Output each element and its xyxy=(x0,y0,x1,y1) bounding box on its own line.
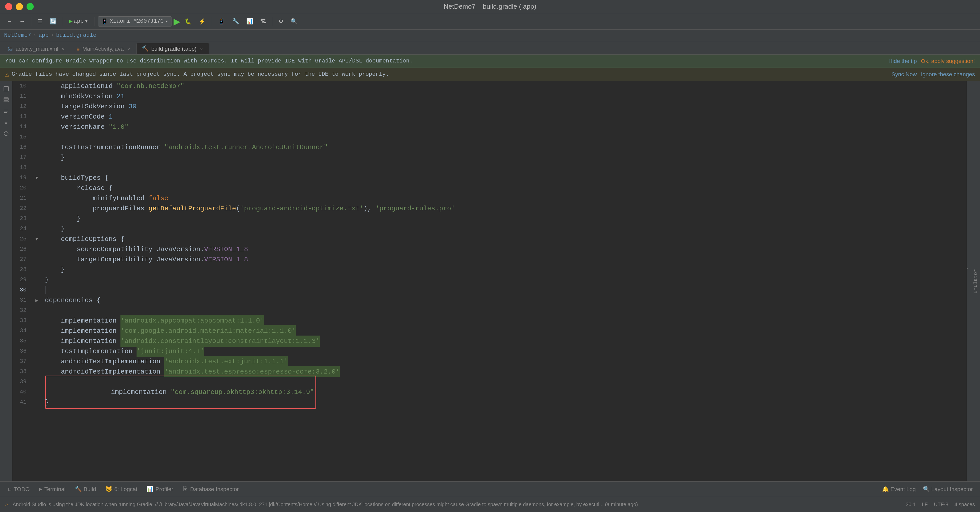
device-selector[interactable]: 📱 Xiaomi M2007J17C ▾ xyxy=(98,16,172,27)
cursor-position[interactable]: 30:1 xyxy=(906,501,916,507)
fold-19[interactable]: ▼ xyxy=(33,173,41,183)
maximize-button[interactable] xyxy=(27,3,34,10)
build-analyze-button[interactable]: 🏗 xyxy=(258,16,269,27)
run-button[interactable]: ▶ xyxy=(173,16,180,27)
code-line-13: versionCode 1 xyxy=(45,112,967,122)
fold-40 xyxy=(33,387,41,397)
fold-25[interactable]: ▼ xyxy=(33,234,41,244)
line-num-38: 38 xyxy=(12,367,30,377)
bottom-tab-todo[interactable]: ☑ TODO xyxy=(4,484,34,495)
code-line-30 xyxy=(45,285,967,295)
fold-31[interactable]: ▶ xyxy=(33,295,41,306)
debug-button[interactable]: 🐛 xyxy=(182,16,194,27)
bottom-tab-database[interactable]: 🗄 Database Inspector xyxy=(178,484,243,495)
sdk-button[interactable]: 🔧 xyxy=(230,16,242,27)
tab-icon-2: ☕ xyxy=(76,45,80,52)
minimize-button[interactable] xyxy=(16,3,23,10)
fold-34 xyxy=(33,326,41,336)
tab-activity-main-xml[interactable]: 🗂 activity_main.xml ✕ xyxy=(2,43,71,54)
editor[interactable]: 10 11 12 13 14 15 16 17 18 19 20 21 22 2… xyxy=(12,81,967,482)
sync-button[interactable]: 🔄 xyxy=(47,16,59,27)
code-line-17: } xyxy=(45,152,967,163)
sidebar-resource-icon[interactable] xyxy=(1,95,11,105)
sidebar-structure-icon[interactable] xyxy=(1,106,11,116)
line-num-17: 17 xyxy=(12,152,30,163)
code-line-31: dependencies { xyxy=(45,295,967,306)
breadcrumb-project[interactable]: NetDemo7 xyxy=(4,32,31,38)
breadcrumb-module[interactable]: app xyxy=(38,32,49,38)
bottom-tab-build[interactable]: 🔨 Build xyxy=(71,484,100,495)
hide-tip-button[interactable]: Hide the tip xyxy=(888,58,917,65)
charset[interactable]: UTF-8 xyxy=(934,501,948,507)
fold-41 xyxy=(33,397,41,407)
avd-button[interactable]: 📱 xyxy=(216,16,228,27)
sync-now-button[interactable]: Sync Now xyxy=(891,71,917,78)
bottom-toolbar: ☑ TODO ▶ Terminal 🔨 Build 🐱 6: Logcat 📊 … xyxy=(0,482,980,497)
search-button[interactable]: 🔍 xyxy=(288,16,300,27)
window-title: NetDemo7 – build.gradle (:app) xyxy=(444,3,536,11)
status-text: Android Studio is using the JDK location… xyxy=(13,501,902,507)
sidebar-build-variants-icon[interactable] xyxy=(1,128,11,139)
event-log-button[interactable]: 🔔 Event Log xyxy=(879,484,919,495)
fold-11 xyxy=(33,91,41,101)
attach-button[interactable]: ⚡ xyxy=(196,16,208,27)
back-button[interactable]: ← xyxy=(4,16,15,27)
phone-icon: 📱 xyxy=(101,18,108,25)
sidebar-favorites-icon[interactable]: ★ xyxy=(1,117,11,127)
tab-close-2[interactable]: ✕ xyxy=(126,46,131,52)
svg-rect-0 xyxy=(4,86,8,91)
layout-inspector-button[interactable]: 🔍 Layout Inspector xyxy=(920,484,976,495)
menu-button[interactable]: ☰ xyxy=(35,16,45,27)
code-line-20: release { xyxy=(45,183,967,193)
fold-36 xyxy=(33,346,41,357)
gradle-info-bar: You can configure Gradle wrapper to use … xyxy=(0,55,980,68)
sidebar-right-device-file[interactable]: Device File Explorer xyxy=(967,247,970,316)
line-num-26: 26 xyxy=(12,244,30,254)
tabs: 🗂 activity_main.xml ✕ ☕ MainActivity.jav… xyxy=(0,41,980,55)
line-num-29: 29 xyxy=(12,275,30,285)
code-line-15 xyxy=(45,132,967,142)
indent[interactable]: 4 spaces xyxy=(955,501,975,507)
sidebar-right-emulator[interactable]: Emulator xyxy=(971,265,980,298)
fold-10 xyxy=(33,81,41,91)
fold-21 xyxy=(33,193,41,203)
fold-17 xyxy=(33,152,41,163)
line-num-39: 39 xyxy=(12,377,30,387)
fold-24 xyxy=(33,224,41,234)
project-selector[interactable]: ▶ app ▾ xyxy=(67,16,91,27)
tab-main-activity-java[interactable]: ☕ MainActivity.java ✕ xyxy=(71,43,136,54)
line-num-16: 16 xyxy=(12,142,30,152)
profiler-label: Profiler xyxy=(156,486,173,493)
profiler-button[interactable]: 📊 xyxy=(244,16,256,27)
tab-close-1[interactable]: ✕ xyxy=(61,46,65,52)
bottom-tab-logcat[interactable]: 🐱 6: Logcat xyxy=(101,484,142,495)
todo-label: TODO xyxy=(14,486,30,493)
close-button[interactable] xyxy=(5,3,12,10)
tab-build-gradle[interactable]: 🔨 build.gradle (:app) ✕ xyxy=(137,43,209,54)
forward-button[interactable]: → xyxy=(17,16,27,27)
toolbar: ← → ☰ 🔄 ▶ app ▾ 📱 Xiaomi M2007J17C ▾ ▶ 🐛… xyxy=(0,13,980,30)
event-log-label: Event Log xyxy=(891,486,916,493)
bottom-tab-profiler[interactable]: 📊 Profiler xyxy=(142,484,177,495)
apply-suggestion-button[interactable]: Ok, apply suggestion! xyxy=(921,58,975,65)
code-area[interactable]: applicationId "com.nb.netdemo7" minSdkVe… xyxy=(41,81,967,482)
svg-rect-4 xyxy=(4,98,8,99)
fold-23 xyxy=(33,214,41,224)
toolbar-separator-1 xyxy=(31,17,32,26)
line-ending[interactable]: LF xyxy=(922,501,928,507)
code-line-21: minifyEnabled false xyxy=(45,193,967,203)
settings-button[interactable]: ⚙ xyxy=(276,16,286,27)
breadcrumb-file[interactable]: build.gradle xyxy=(56,32,97,38)
breadcrumb: NetDemo7 › app › build.gradle xyxy=(0,30,980,41)
code-line-10: applicationId "com.nb.netdemo7" xyxy=(45,81,967,91)
tab-close-3[interactable]: ✕ xyxy=(199,46,204,52)
fold-28 xyxy=(33,265,41,275)
code-line-27: targetCompatibility JavaVersion.VERSION_… xyxy=(45,254,967,265)
code-line-41: } xyxy=(45,397,967,407)
sidebar-project-icon[interactable] xyxy=(1,84,11,94)
status-bar: ⚠ Android Studio is using the JDK locati… xyxy=(0,497,980,512)
toolbar-separator-5 xyxy=(272,17,272,26)
bottom-tab-terminal[interactable]: ▶ Terminal xyxy=(35,484,69,495)
code-line-12: targetSdkVersion 30 xyxy=(45,101,967,112)
ignore-changes-button[interactable]: Ignore these changes xyxy=(921,71,975,78)
